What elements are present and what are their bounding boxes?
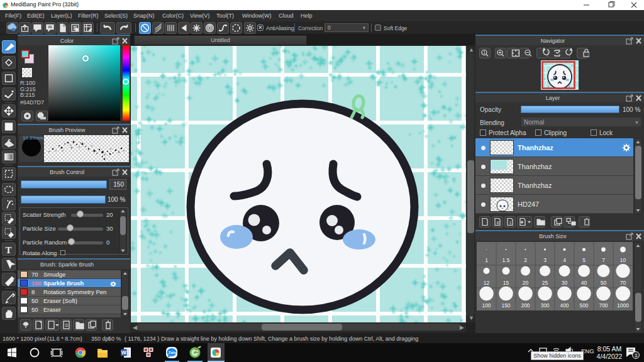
svg-text:1: 1 xyxy=(509,220,512,226)
svg-text:20: 20 xyxy=(523,280,529,286)
svg-text:300: 300 xyxy=(540,302,549,309)
svg-text:3: 3 xyxy=(543,257,547,263)
svg-text:100: 100 xyxy=(482,302,491,309)
svg-text:70: 70 xyxy=(620,280,626,286)
svg-text:T: T xyxy=(6,245,12,255)
svg-text:5: 5 xyxy=(582,257,586,263)
svg-text:25: 25 xyxy=(542,280,548,286)
svg-text:S: S xyxy=(65,322,68,328)
svg-text:2: 2 xyxy=(524,257,527,263)
svg-text:1: 1 xyxy=(483,50,486,55)
svg-text:1.5: 1.5 xyxy=(502,257,510,263)
svg-text:12: 12 xyxy=(484,280,490,286)
svg-text:Zalo: Zalo xyxy=(169,351,177,354)
svg-text:1: 1 xyxy=(485,257,488,263)
svg-text:500: 500 xyxy=(579,302,588,309)
svg-text:40: 40 xyxy=(581,280,587,286)
svg-text:1: 1 xyxy=(635,353,638,358)
svg-text:15: 15 xyxy=(503,280,509,286)
svg-text:W: W xyxy=(121,349,127,356)
svg-text:700: 700 xyxy=(599,302,608,309)
svg-text:150: 150 xyxy=(501,302,510,309)
svg-text:200: 200 xyxy=(521,302,530,309)
svg-text:8: 8 xyxy=(497,220,499,226)
svg-text:50: 50 xyxy=(601,280,607,286)
svg-text:7: 7 xyxy=(602,257,605,263)
svg-text:10: 10 xyxy=(620,257,626,263)
svg-text:30: 30 xyxy=(562,280,568,286)
svg-text:1000: 1000 xyxy=(617,302,629,309)
svg-text:400: 400 xyxy=(560,302,569,309)
svg-text:4: 4 xyxy=(563,257,566,263)
